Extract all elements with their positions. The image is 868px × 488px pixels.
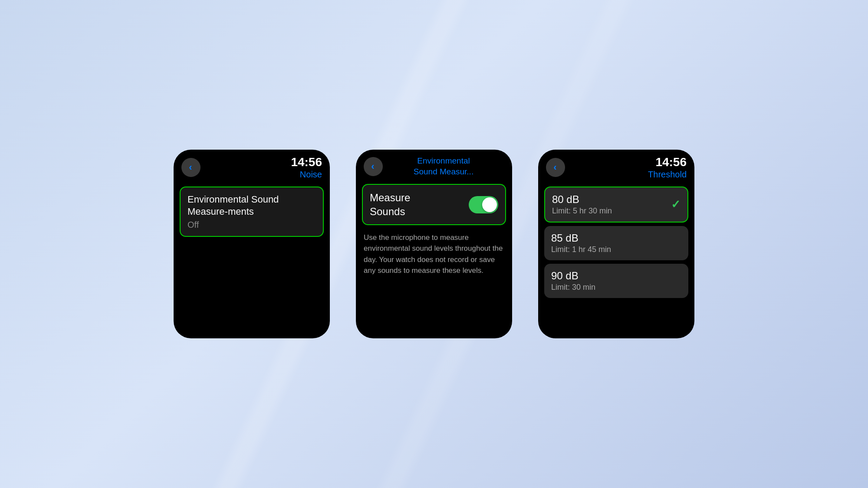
- threshold-85db-value: 85 dB: [551, 232, 681, 244]
- screen3-header-right: 14:56 Threshold: [648, 156, 687, 180]
- back-button-1[interactable]: ‹: [181, 158, 201, 177]
- threshold-item-90db[interactable]: 90 dB Limit: 30 min: [544, 264, 688, 298]
- threshold-90db-value: 90 dB: [551, 270, 681, 282]
- screen1-header-right: 14:56 Noise: [291, 156, 322, 180]
- chevron-left-icon-3: ‹: [553, 163, 556, 172]
- measure-sounds-toggle-row[interactable]: Measure Sounds: [362, 184, 506, 225]
- screen3-title: Threshold: [648, 169, 687, 180]
- screen2-header-center: Environmental Sound Measur...: [383, 156, 504, 177]
- checkmark-icon: ✓: [671, 198, 681, 211]
- threshold-80db-limit: Limit: 5 hr 30 min: [552, 206, 681, 216]
- back-button-3[interactable]: ‹: [546, 158, 565, 177]
- watch-screen-2: ‹ Environmental Sound Measur... Measure …: [356, 150, 512, 338]
- threshold-90db-limit: Limit: 30 min: [551, 283, 681, 292]
- screen1-time: 14:56: [291, 156, 322, 169]
- screen1-header: ‹ 14:56 Noise: [174, 150, 330, 183]
- watch-screen-1: ‹ 14:56 Noise Environmental Sound Measur…: [174, 150, 330, 338]
- threshold-80db-value: 80 dB: [552, 193, 681, 206]
- measure-sounds-toggle[interactable]: [469, 196, 498, 213]
- screen3-time: 14:56: [648, 156, 687, 169]
- toggle-knob: [482, 197, 497, 212]
- threshold-item-80db[interactable]: 80 dB Limit: 5 hr 30 min ✓: [544, 187, 688, 223]
- measure-sounds-label: Measure Sounds: [370, 191, 410, 218]
- menu-item-main-text: Environmental Sound Measure-ments: [187, 193, 316, 218]
- environmental-sound-menu-item[interactable]: Environmental Sound Measure-ments Off: [180, 187, 324, 237]
- screen2-content: Measure Sounds Use the microphone to mea…: [356, 180, 512, 279]
- back-button-2[interactable]: ‹: [364, 157, 383, 176]
- menu-item-sub-text: Off: [187, 220, 316, 230]
- watch-screen-3: ‹ 14:56 Threshold 80 dB Limit: 5 hr 30 m…: [538, 150, 694, 338]
- measure-sounds-description: Use the microphone to measure environmen…: [362, 232, 506, 276]
- screen1-content: Environmental Sound Measure-ments Off: [174, 183, 330, 240]
- screen2-title: Environmental Sound Measur...: [386, 156, 501, 177]
- screen3-content: 80 dB Limit: 5 hr 30 min ✓ 85 dB Limit: …: [538, 183, 694, 301]
- threshold-item-85db[interactable]: 85 dB Limit: 1 hr 45 min: [544, 226, 688, 260]
- screen1-title: Noise: [291, 169, 322, 180]
- threshold-85db-limit: Limit: 1 hr 45 min: [551, 245, 681, 254]
- chevron-left-icon-2: ‹: [371, 162, 374, 171]
- screen2-header: ‹ Environmental Sound Measur...: [356, 150, 512, 180]
- chevron-left-icon: ‹: [189, 163, 192, 172]
- screen3-header: ‹ 14:56 Threshold: [538, 150, 694, 183]
